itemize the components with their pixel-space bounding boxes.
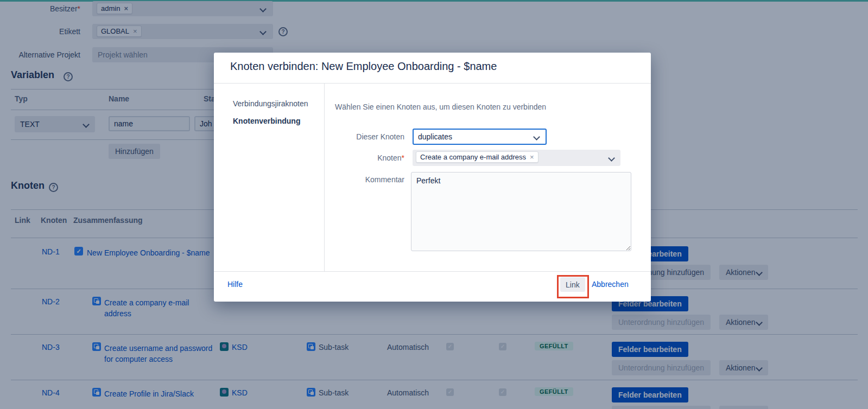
annotation-highlight-box <box>557 275 589 298</box>
node-label: Knoten* <box>324 154 404 162</box>
dialog-nav-verbindungsjiraknoten[interactable]: Verbindungsjiraknoten <box>233 99 308 108</box>
close-icon[interactable]: × <box>530 153 534 161</box>
chevron-down-icon <box>533 133 540 140</box>
required-asterisk: * <box>402 154 404 162</box>
dialog-nav-knotenverbindung[interactable]: Knotenverbindung <box>233 117 300 125</box>
this-node-label: Dieser Knoten <box>324 132 404 141</box>
help-link[interactable]: Hilfe <box>227 280 243 289</box>
chevron-down-icon <box>608 155 615 162</box>
node-select[interactable]: Create a company e-mail address× <box>413 150 620 166</box>
comment-textarea[interactable]: Perfekt <box>411 172 631 251</box>
divider <box>214 271 651 272</box>
comment-label: Kommentar <box>324 175 404 184</box>
dialog-title: Knoten verbinden: New Employee Onboardin… <box>230 60 497 73</box>
connect-node-dialog: Knoten verbinden: New Employee Onboardin… <box>214 53 651 302</box>
divider <box>214 83 651 84</box>
node-tag[interactable]: Create a company e-mail address× <box>416 151 538 163</box>
dialog-intro-text: Wählen Sie einen Knoten aus, um diesen K… <box>335 103 546 111</box>
this-node-select[interactable]: duplicates <box>413 129 547 145</box>
screen: Besitzer* admin× Etikett GLOBAL× ? Alter… <box>0 0 868 409</box>
cancel-link[interactable]: Abbrechen <box>592 280 629 289</box>
